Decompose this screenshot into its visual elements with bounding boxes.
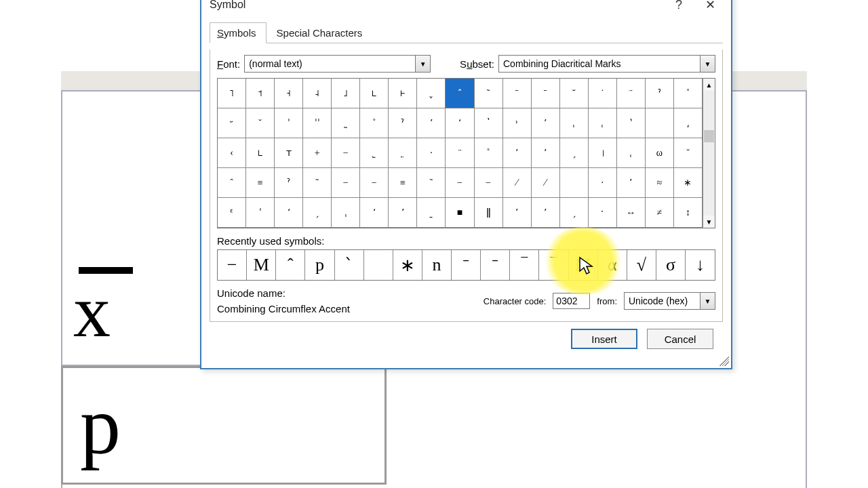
symbol-cell[interactable]: ≡ <box>246 168 275 198</box>
scroll-up-icon[interactable]: ▲ <box>703 79 715 91</box>
symbol-cell[interactable]: ˀ <box>275 168 303 198</box>
symbol-cell[interactable]: ˌ <box>589 108 617 138</box>
scroll-thumb[interactable] <box>704 130 714 142</box>
dropdown-icon[interactable]: ▼ <box>700 56 715 72</box>
dropdown-icon[interactable]: ▼ <box>415 56 430 72</box>
recent-symbol[interactable]: ∗ <box>393 250 422 280</box>
symbol-cell[interactable]: ˬ <box>417 79 446 108</box>
recent-symbol[interactable]: ‾ <box>510 250 539 280</box>
help-button[interactable]: ? <box>663 0 694 16</box>
symbol-cell[interactable]: ■ <box>446 198 474 228</box>
grid-scrollbar[interactable]: ▲ ▼ <box>703 79 715 228</box>
symbol-cell[interactable]: ↕ <box>674 198 703 228</box>
symbol-cell[interactable]: ˌ <box>617 138 646 168</box>
symbol-cell[interactable]: ˈˈ <box>303 108 332 138</box>
symbol-cell[interactable]: ˜ <box>417 168 446 198</box>
recent-symbol[interactable]: ˋ <box>335 250 364 280</box>
resize-grip[interactable] <box>719 357 729 366</box>
recent-symbol[interactable]: M <box>247 250 276 280</box>
symbol-cell[interactable]: ˦ <box>246 79 275 108</box>
symbol-cell[interactable]: · <box>589 168 617 198</box>
symbol-cell[interactable]: ‹ <box>218 138 246 168</box>
symbol-cell[interactable]: ˼ <box>674 108 703 138</box>
symbol-cell[interactable]: ˆ <box>218 168 246 198</box>
scroll-track[interactable] <box>703 91 715 216</box>
symbol-cell[interactable]: ʼ <box>532 108 560 138</box>
symbol-cell[interactable]: ʻ <box>275 198 303 228</box>
symbol-cell[interactable]: ˙ <box>589 79 617 108</box>
symbol-cell[interactable]: ʼ <box>532 138 560 168</box>
recent-symbol[interactable]: p <box>305 250 334 280</box>
symbol-cell[interactable]: ʻ <box>446 108 474 138</box>
symbol-cell[interactable]: ˀ <box>646 79 674 108</box>
symbol-cell[interactable]: + <box>303 138 332 168</box>
char-code-input[interactable] <box>553 293 590 309</box>
symbol-cell[interactable]: ¨ <box>446 138 474 168</box>
font-combo[interactable]: (normal text) ▼ <box>244 55 431 73</box>
symbol-cell[interactable]: ˌ <box>560 108 589 138</box>
symbol-cell[interactable]: ʼ <box>417 108 446 138</box>
symbol-cell[interactable]: ˜ <box>303 168 332 198</box>
recent-symbol[interactable] <box>364 250 393 280</box>
symbol-cell[interactable]: ˾ <box>360 138 389 168</box>
recent-symbol[interactable]: α <box>598 250 627 280</box>
symbol-cell[interactable]: ≈ <box>646 168 674 198</box>
symbol-cell[interactable]: ˚ <box>360 108 389 138</box>
symbol-cell[interactable]: ˉ <box>532 79 560 108</box>
symbol-cell[interactable]: ⁄ <box>532 168 560 198</box>
recent-symbol[interactable]: ˉ <box>481 250 510 280</box>
scroll-down-icon[interactable]: ▼ <box>703 216 715 228</box>
symbol-cell[interactable]: ˑ <box>589 198 617 228</box>
symbol-cell[interactable]: ˇ <box>246 108 275 138</box>
symbol-cell[interactable]: ˫ <box>389 79 417 108</box>
recent-symbol[interactable]: ˉ <box>452 250 481 280</box>
symbol-cell[interactable]: ˜ <box>475 79 503 108</box>
symbol-cell[interactable]: ∗ <box>674 168 703 198</box>
cancel-button[interactable]: Cancel <box>647 329 713 349</box>
symbol-cell[interactable]: ˏ <box>560 138 589 168</box>
symbol-cell[interactable]: ˨ <box>303 79 332 108</box>
symbol-cell[interactable]: ˧ <box>275 79 303 108</box>
symbol-cell[interactable]: ʻ <box>360 198 389 228</box>
symbol-cell[interactable]: ˈ <box>275 108 303 138</box>
recent-symbol[interactable]: n <box>422 250 452 280</box>
recent-symbol[interactable]: M <box>569 250 598 280</box>
recent-symbol[interactable]: √ <box>627 250 656 280</box>
symbol-cell[interactable]: ˺ <box>617 108 646 138</box>
recent-symbol[interactable]: − <box>218 250 247 280</box>
symbol-cell[interactable]: ˪ <box>360 79 389 108</box>
symbol-cell[interactable]: ʽ <box>475 108 503 138</box>
symbol-cell[interactable]: − <box>475 168 503 198</box>
symbol-cell[interactable]: ˪ <box>246 138 275 168</box>
symbol-cell[interactable]: − <box>332 138 360 168</box>
insert-button[interactable]: Insert <box>571 329 637 349</box>
symbol-cell[interactable]: · <box>417 138 446 168</box>
symbol-cell[interactable] <box>646 108 674 138</box>
symbol-cell[interactable]: ˍ <box>417 198 446 228</box>
document-cell-p[interactable]: p <box>61 366 387 485</box>
symbol-cell[interactable]: ˉ <box>503 79 532 108</box>
symbol-cell[interactable]: ʼ <box>617 168 646 198</box>
symbol-cell[interactable]: ʼ <box>389 198 417 228</box>
symbol-cell[interactable]: ʼ <box>503 198 532 228</box>
dropdown-icon[interactable]: ▼ <box>700 293 715 309</box>
symbol-cell[interactable]: ˷ <box>332 108 360 138</box>
symbol-cell[interactable]: ˒ <box>503 108 532 138</box>
symbol-cell[interactable]: ↔ <box>617 198 646 228</box>
symbol-cell[interactable]: ˿ <box>389 138 417 168</box>
symbol-cell[interactable]: ᴛ <box>275 138 303 168</box>
recent-symbol[interactable]: σ <box>656 250 686 280</box>
symbol-cell[interactable]: । <box>589 138 617 168</box>
tab-special-characters[interactable]: Special Characters <box>269 22 373 43</box>
symbol-cell[interactable]: ˀ <box>389 108 417 138</box>
symbol-cell[interactable]: − <box>360 168 389 198</box>
symbol-cell[interactable]: ˥ <box>218 79 246 108</box>
symbol-cell[interactable]: ˈ <box>246 198 275 228</box>
symbol-cell[interactable]: ˆ <box>446 79 474 108</box>
recent-symbol[interactable]: ↓ <box>686 250 715 280</box>
symbol-cell[interactable]: ˌ <box>332 198 360 228</box>
symbol-cell[interactable] <box>560 168 589 198</box>
symbol-cell[interactable]: ˚ <box>475 138 503 168</box>
symbol-cell[interactable]: ˘ <box>560 79 589 108</box>
symbol-cell[interactable]: ˚ <box>674 79 703 108</box>
